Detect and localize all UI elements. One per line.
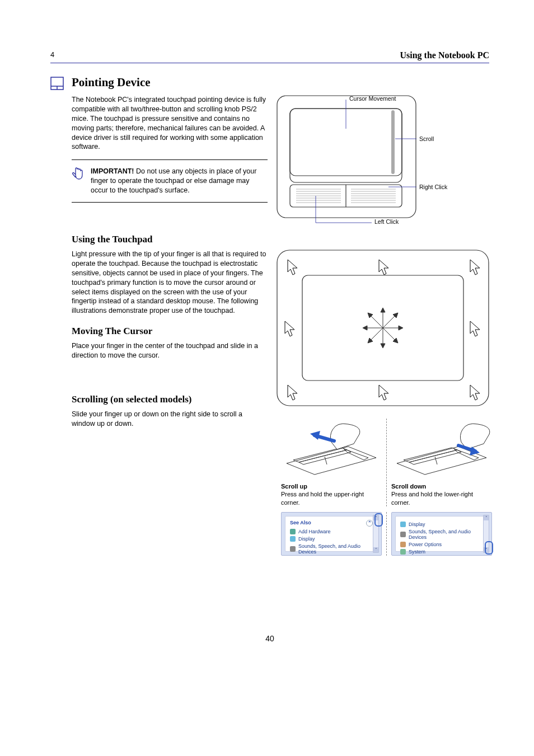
cursor-eight-directions [277,250,496,412]
important-note: IMPORTANT! Do not use any objects in pla… [72,159,268,203]
scroll-up-caption: Press and hold the upper-right corner. [281,491,364,505]
page-number: 40 [50,634,489,643]
scroll-down-button: ˅ [373,547,378,552]
svg-marker-47 [310,431,320,440]
svg-line-38 [371,316,383,328]
diagram-label-cursor: Cursor Movement [349,95,396,102]
add-hardware-item: Add Hardware [298,529,331,534]
moving-cursor-body: Place your finger in the center of the t… [72,341,268,360]
using-touchpad-title: Using the Touchpad [72,234,489,245]
control-panel-right: Display Sounds, Speech, and Audio Device… [391,512,492,556]
moving-cursor-title: Moving The Cursor [72,326,268,337]
see-also-label: See Also [290,520,311,527]
display-item-left: Display [298,536,315,542]
hand-icon [72,167,85,195]
scroll-down-bold: Scroll down [391,483,426,490]
using-touchpad-body: Light pressure with the tip of your fing… [72,250,268,316]
system-item: System [409,549,425,555]
section-title: Using the Notebook PC [400,50,489,60]
control-panel-left: See Also ⌃ Add Hardware Display Sounds, … [281,512,382,556]
diagram-label-left: Left Click [374,218,399,225]
scrolling-title: Scrolling (on selected models) [72,394,268,405]
svg-marker-35 [363,326,367,330]
scroll-up-bold: Scroll up [281,483,307,490]
power-options-item: Power Options [409,542,442,547]
scroll-up-button-r: ˄ [484,515,489,520]
collapse-icon: ⌃ [366,520,373,527]
svg-rect-3 [277,96,416,218]
pointing-device-title: Pointing Device [72,76,489,90]
note-title: IMPORTANT! [91,167,134,175]
svg-line-40 [383,316,395,328]
scroll-down-caption: Press and hold the lower-right corner. [391,491,473,505]
touchpad-icon [50,77,72,90]
scroll-thumb-top [374,513,383,527]
page-header: 4 Using the Notebook PC [50,50,489,62]
header-rule [50,63,489,63]
pointing-intro: The Notebook PC's integrated touchpad po… [72,95,268,152]
sounds-item-right: Sounds, Speech, and Audio Devices [409,529,483,540]
section-number: 4 [50,50,54,60]
sounds-item-left: Sounds, Speech, and Audio Devices [298,543,373,555]
diagram-label-right: Right Click [419,184,447,190]
svg-marker-33 [381,344,385,348]
scroll-down-illustration [391,419,492,480]
svg-line-44 [383,328,395,340]
svg-line-48 [435,457,437,464]
display-item-right: Display [409,522,425,527]
touchpad-diagram: Cursor Movement Scroll Right Click Left … [277,95,489,224]
svg-line-42 [371,328,383,340]
scroll-thumb-bottom [485,541,493,555]
svg-line-46 [325,457,327,464]
scrolling-body: Slide your finger up or down on the righ… [72,410,268,429]
svg-marker-37 [399,326,403,330]
scroll-up-illustration [281,419,382,480]
svg-marker-31 [381,308,385,312]
diagram-label-scroll: Scroll [419,135,434,142]
